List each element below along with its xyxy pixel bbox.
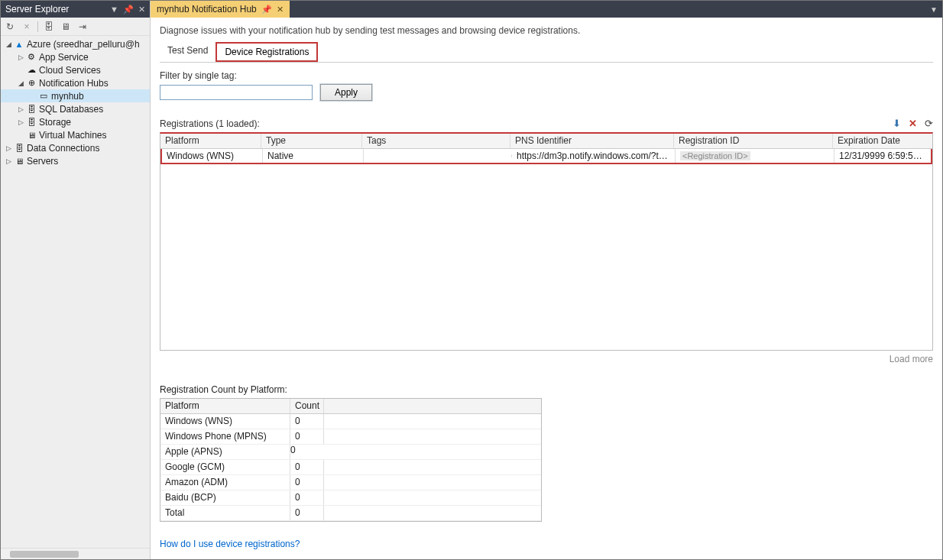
- expander-closed-icon[interactable]: ▷: [16, 105, 25, 113]
- server-explorer-title: Server Explorer: [5, 4, 105, 15]
- col-type[interactable]: Type: [261, 134, 362, 148]
- registrations-label: Registrations (1 loaded):: [160, 118, 260, 129]
- tree-label: Storage: [39, 117, 71, 128]
- table-row[interactable]: Apple (APNS)0: [160, 445, 541, 460]
- cell-tags: [364, 154, 512, 157]
- cell-platform: Windows (WNS): [162, 149, 263, 163]
- inner-tabs: Test Send Device Registrations: [160, 42, 933, 63]
- hub-item-icon: ▭: [37, 90, 50, 102]
- expander-open-icon[interactable]: ◢: [16, 79, 25, 87]
- content-area: Diagnose issues with your notification h…: [151, 18, 942, 559]
- add-registration-icon[interactable]: ⬇: [893, 118, 901, 129]
- cell-type: Native: [263, 149, 364, 163]
- col-expiration-date[interactable]: Expiration Date: [833, 134, 929, 148]
- tree-node-mynhub[interactable]: ▭ mynhub: [1, 89, 150, 102]
- tree-node-azure[interactable]: ◢ ▲ Azure (sreedhar_pelluru@h: [1, 37, 150, 50]
- tree-node-virtual-machines[interactable]: 🖥 Virtual Machines: [1, 128, 150, 141]
- vm-icon: 🖥: [25, 129, 37, 141]
- tree-node-cloud-services[interactable]: ☁ Cloud Services: [1, 63, 150, 76]
- server-explorer-toolbar: ↻ × 🗄 🖥 ⇥: [1, 18, 150, 36]
- doc-tab-bar: mynhub Notification Hub 📌 ✕ ▼: [151, 1, 942, 18]
- toolbar-separator: [37, 21, 38, 32]
- table-row[interactable]: Windows Phone (MPNS)0: [160, 429, 541, 445]
- tree-node-app-service[interactable]: ▷ ⚙ App Service: [1, 50, 150, 63]
- expander-closed-icon[interactable]: ▷: [16, 118, 25, 126]
- main-area: mynhub Notification Hub 📌 ✕ ▼ Diagnose i…: [151, 1, 942, 559]
- tab-test-send[interactable]: Test Send: [160, 42, 215, 62]
- cloud-icon: ☁: [25, 64, 37, 76]
- expander-closed-icon[interactable]: ▷: [4, 144, 13, 152]
- delete-registration-icon[interactable]: ✕: [909, 118, 917, 129]
- filter-section: Filter by single tag: Apply: [160, 70, 933, 101]
- tree-label: mynhub: [51, 91, 84, 102]
- panel-dropdown-icon[interactable]: ▼: [110, 5, 118, 14]
- col-registration-id[interactable]: Registration ID: [674, 134, 833, 148]
- help-link[interactable]: How do I use device registrations?: [160, 539, 933, 549]
- filter-tag-input[interactable]: [160, 85, 313, 100]
- sidebar-scrollbar[interactable]: [1, 548, 150, 559]
- count-grid-header: Platform Count: [160, 399, 541, 414]
- azure-icon: ▲: [13, 38, 25, 50]
- registrations-header: Registrations (1 loaded): ⬇ ✕ ⟳: [160, 118, 933, 129]
- database-icon: 🗄: [25, 103, 37, 115]
- servers-icon: 🖥: [13, 155, 25, 167]
- expander-closed-icon[interactable]: ▷: [4, 157, 13, 165]
- apply-button[interactable]: Apply: [320, 84, 372, 101]
- server-explorer-tree: ◢ ▲ Azure (sreedhar_pelluru@h ▷ ⚙ App Se…: [1, 36, 150, 548]
- panel-close-icon[interactable]: ✕: [138, 5, 145, 15]
- table-row[interactable]: Amazon (ADM)0: [160, 475, 541, 490]
- tree-label: Data Connections: [27, 143, 99, 154]
- storage-icon: 🗄: [25, 116, 37, 128]
- close-icon[interactable]: ✕: [277, 5, 284, 15]
- tree-label: App Service: [39, 52, 89, 63]
- tree-node-sql-databases[interactable]: ▷ 🗄 SQL Databases: [1, 102, 150, 115]
- count-grid: Platform Count Windows (WNS)0 Windows Ph…: [160, 398, 542, 522]
- doc-tab-title: mynhub Notification Hub: [157, 4, 257, 15]
- hub-icon: ⊕: [25, 77, 37, 89]
- col-platform[interactable]: Platform: [160, 134, 261, 148]
- stop-icon[interactable]: ×: [21, 21, 33, 33]
- refresh-icon[interactable]: ↻: [4, 21, 16, 33]
- server-explorer-title-bar: Server Explorer ▼ 📌 ✕: [1, 1, 150, 18]
- app-service-icon: ⚙: [25, 51, 37, 63]
- tree-label: SQL Databases: [39, 104, 103, 115]
- table-row[interactable]: Baidu (BCP)0: [160, 490, 541, 506]
- connect-server-icon[interactable]: 🖥: [60, 21, 72, 33]
- load-more-link[interactable]: Load more: [160, 354, 933, 364]
- tree-node-storage[interactable]: ▷ 🗄 Storage: [1, 115, 150, 128]
- tree-node-notification-hubs[interactable]: ◢ ⊕ Notification Hubs: [1, 76, 150, 89]
- registrations-grid: Platform Type Tags PNS Identifier Regist…: [160, 132, 933, 351]
- doc-tab-mynhub[interactable]: mynhub Notification Hub 📌 ✕: [151, 1, 290, 18]
- refresh-registrations-icon[interactable]: ⟳: [925, 118, 933, 129]
- cell-expiration: 12/31/9999 6:59:59 PM: [834, 149, 931, 163]
- filter-label: Filter by single tag:: [160, 70, 933, 81]
- col-tags[interactable]: Tags: [362, 134, 510, 148]
- col-pns-identifier[interactable]: PNS Identifier: [510, 134, 674, 148]
- count-label: Registration Count by Platform:: [160, 384, 933, 395]
- count-col-platform[interactable]: Platform: [160, 399, 290, 413]
- hub-description: Diagnose issues with your notification h…: [160, 25, 933, 36]
- tree-node-servers[interactable]: ▷ 🖥 Servers: [1, 154, 150, 167]
- server-explorer-panel: Server Explorer ▼ 📌 ✕ ↻ × 🗄 🖥 ⇥ ◢ ▲ Azur…: [1, 1, 151, 559]
- data-connections-icon: 🗄: [13, 142, 25, 154]
- count-col-count[interactable]: Count: [290, 399, 324, 413]
- tree-node-data-connections[interactable]: ▷ 🗄 Data Connections: [1, 141, 150, 154]
- expander-open-icon[interactable]: ◢: [4, 40, 13, 48]
- count-section: Registration Count by Platform: Platform…: [160, 384, 933, 522]
- expander-closed-icon[interactable]: ▷: [16, 53, 25, 61]
- table-row[interactable]: Windows (WNS)0: [160, 414, 541, 429]
- tree-label: Servers: [27, 156, 58, 167]
- extension-icon[interactable]: ⇥: [76, 21, 89, 33]
- cell-pns: https://dm3p.notify.windows.com/?to…: [512, 149, 676, 163]
- table-row[interactable]: Windows (WNS) Native https://dm3p.notify…: [160, 149, 932, 164]
- cell-regid: <Registration ID>: [676, 149, 834, 163]
- tree-label: Notification Hubs: [39, 78, 109, 89]
- table-row[interactable]: Google (GCM)0: [160, 460, 541, 475]
- tab-device-registrations[interactable]: Device Registrations: [215, 42, 318, 62]
- panel-pin-icon[interactable]: 📌: [123, 5, 134, 15]
- doc-tab-menu-icon[interactable]: ▼: [925, 1, 942, 18]
- pin-icon[interactable]: 📌: [261, 5, 272, 15]
- tree-label: Virtual Machines: [39, 130, 107, 141]
- connect-database-icon[interactable]: 🗄: [43, 21, 55, 33]
- table-row[interactable]: Total0: [160, 506, 541, 521]
